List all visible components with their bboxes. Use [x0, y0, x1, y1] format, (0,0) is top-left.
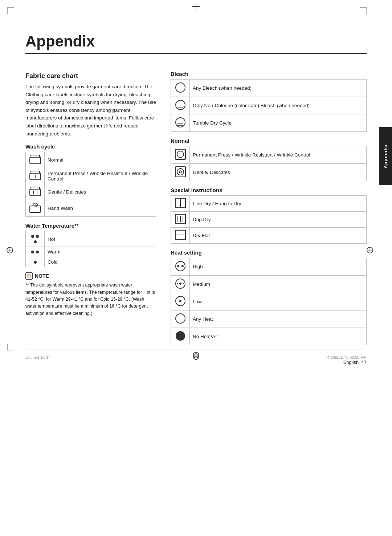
dry-flat-label: Dry Flat — [190, 228, 367, 244]
sidebar-tab: Appendix — [379, 127, 392, 185]
bleach-any-icon-cell — [171, 80, 190, 97]
heat-any-label: Any Heat — [190, 310, 367, 328]
special-heading: Special instructions — [171, 187, 367, 193]
svg-point-35 — [176, 314, 185, 323]
page-container: Appendix Fabric care chart The following… — [0, 0, 392, 379]
wash-gentle-icon-cell — [26, 184, 45, 200]
footer-datetime: 4/24/2017 5:00:36 PM — [327, 355, 367, 360]
wash-cycle-heading: Wash cycle — [25, 143, 156, 150]
heat-medium-icon — [175, 278, 186, 289]
crosshair-right — [367, 247, 373, 255]
footer-page: 47 — [362, 360, 367, 365]
svg-point-31 — [177, 283, 178, 284]
main-content: Fabric care chart The following symbols … — [25, 65, 367, 350]
gentle-dryer-icon-cell — [171, 164, 190, 181]
wash-perm-icon-cell — [26, 168, 45, 184]
gentle-dryer-label: Gentle/ Delicates — [190, 164, 367, 181]
line-hang-icon — [175, 198, 186, 208]
svg-point-14 — [177, 151, 184, 158]
dot — [34, 240, 37, 243]
dot — [34, 261, 37, 264]
svg-point-36 — [176, 331, 185, 341]
bleach-non-chlorine-icon-cell — [171, 97, 190, 114]
dry-flat-icon-cell — [171, 228, 190, 244]
svg-point-26 — [176, 261, 185, 271]
heat-medium-label: Medium — [190, 276, 367, 293]
svg-rect-0 — [30, 157, 41, 164]
warm-icon-cell — [26, 247, 45, 257]
table-row: Medium — [171, 276, 367, 293]
dot — [36, 235, 39, 238]
svg-point-27 — [177, 265, 179, 267]
dot — [31, 251, 34, 253]
heat-none-icon — [175, 330, 186, 342]
corner-mark-tr — [360, 7, 367, 14]
hot-icon-cell — [26, 231, 45, 247]
heat-none-label: No Heat/Air — [190, 328, 367, 345]
footer-rule — [25, 349, 367, 349]
bleach-no-icon-cell — [171, 114, 190, 132]
drip-dry-icon-cell — [171, 212, 190, 228]
wash-gentle-label: Gentle / Delicates — [45, 184, 156, 200]
table-row: Any Bleach (when needed) — [171, 80, 367, 97]
heat-high-icon — [175, 260, 186, 272]
fabric-care-desc: The following symbols provide garment ca… — [25, 83, 156, 138]
sidebar-tab-label: Appendix — [383, 144, 388, 168]
title-rule — [25, 53, 367, 54]
note-label: NOTE — [35, 273, 49, 279]
heat-any-icon-cell — [171, 310, 190, 328]
corner-mark-tl — [7, 7, 14, 14]
svg-point-7 — [176, 83, 185, 92]
bleach-non-chlorine-label: Only Non-Chlorine (color-safe) Bleach (w… — [190, 97, 367, 114]
drip-dry-icon — [175, 214, 186, 224]
bleach-heading: Bleach — [171, 71, 367, 77]
cold-icon-cell — [26, 257, 45, 267]
heat-heading: Heat setting — [171, 249, 367, 256]
svg-point-30 — [179, 283, 181, 285]
perm-press-wash-icon — [29, 170, 41, 180]
heat-low-icon-cell — [171, 293, 190, 310]
heat-high-label: High — [190, 258, 367, 276]
heat-low-icon — [175, 295, 186, 307]
svg-point-8 — [176, 100, 185, 110]
normal-wash-icon — [29, 154, 41, 165]
svg-rect-3 — [30, 189, 41, 196]
heat-table: High Medium — [171, 258, 367, 345]
crosshair-top — [192, 3, 200, 10]
table-row: Hand Wash — [26, 200, 156, 217]
table-row: Normal — [26, 152, 156, 168]
bleach-any-icon — [175, 82, 186, 93]
wash-hand-icon-cell — [26, 200, 45, 217]
normal-dryer-icon-cell — [171, 146, 190, 164]
corner-mark-bl — [7, 344, 14, 350]
warm-label: Warm — [45, 247, 156, 257]
table-row: Tumble Dry Cycle — [171, 114, 367, 132]
bleach-table: Any Bleach (when needed) Only Non-Chlori… — [171, 79, 367, 132]
fabric-care-heading: Fabric care chart — [25, 72, 156, 80]
special-table: Line Dry / Hang to Dry Drip Dry — [171, 195, 367, 244]
table-row: Line Dry / Hang to Dry — [171, 196, 367, 212]
cold-label: Cold — [45, 257, 156, 267]
svg-point-32 — [183, 283, 184, 284]
table-row: Dry Flat — [171, 228, 367, 244]
wash-cycle-table: Normal Permanent Press / Wrinkle Resista… — [25, 152, 156, 217]
note-text: ** The dot symbols represent appropriate… — [25, 282, 156, 317]
dry-flat-icon — [175, 230, 186, 240]
table-row: Cold — [26, 257, 156, 267]
footer-lang: English — [343, 360, 359, 365]
normal-dryer-label: Permanent Press / Wrinkle Resistant / Wr… — [190, 146, 367, 164]
heat-high-icon-cell — [171, 258, 190, 276]
bleach-non-chlorine-icon — [175, 99, 186, 111]
gentle-wash-icon — [29, 186, 41, 196]
wash-hand-label: Hand Wash — [45, 200, 156, 217]
left-column: Fabric care chart The following symbols … — [25, 65, 156, 350]
table-row: Warm — [26, 247, 156, 257]
wash-perm-label: Permanent Press / Wrinkle Resistant / Wr… — [45, 168, 156, 184]
line-hang-label: Line Dry / Hang to Dry — [190, 196, 367, 212]
heat-low-label: Low — [190, 293, 367, 310]
water-temp-table: Hot Warm Cold — [25, 231, 156, 267]
note-heading: 📋 NOTE — [25, 272, 156, 280]
water-temp-heading: Water Temperature** — [25, 223, 156, 229]
dot — [31, 235, 34, 238]
svg-point-17 — [179, 171, 181, 173]
